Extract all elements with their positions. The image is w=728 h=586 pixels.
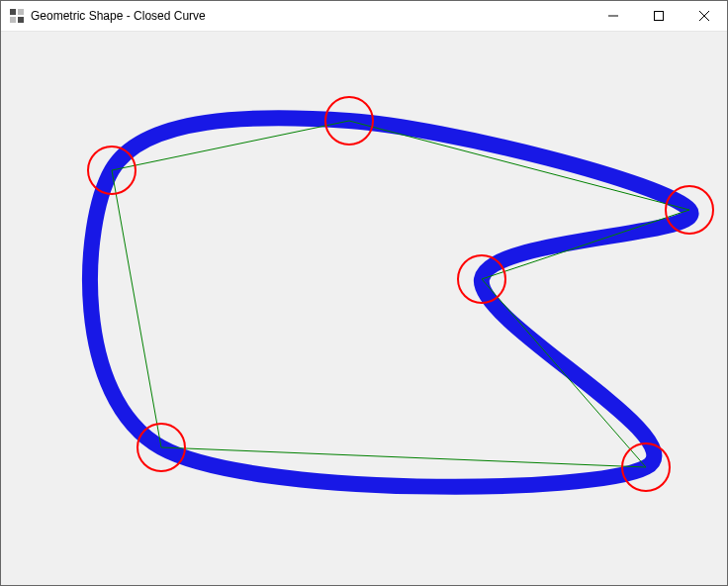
app-icon: [9, 8, 25, 24]
window-title: Geometric Shape - Closed Curve: [31, 9, 591, 23]
svg-rect-1: [18, 9, 24, 15]
minimize-button[interactable]: [591, 1, 636, 31]
client-area: [1, 32, 727, 585]
titlebar[interactable]: Geometric Shape - Closed Curve: [1, 1, 727, 32]
svg-rect-2: [10, 17, 16, 23]
app-window: Geometric Shape - Closed Curve: [0, 0, 728, 586]
svg-rect-0: [10, 9, 16, 15]
window-controls: [591, 1, 727, 31]
maximize-button[interactable]: [636, 1, 682, 31]
svg-rect-3: [18, 17, 24, 23]
drawing-canvas: [1, 32, 727, 585]
close-button[interactable]: [682, 1, 727, 31]
svg-rect-5: [655, 12, 664, 21]
